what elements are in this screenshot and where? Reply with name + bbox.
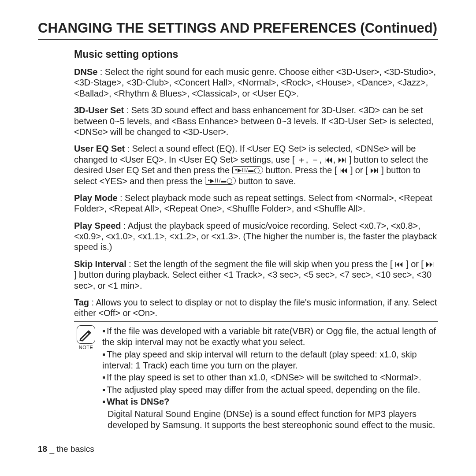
option-tag: Tag : Allows you to select to display or… [74, 297, 438, 319]
note-text: If the file was developed with a variabl… [102, 326, 436, 347]
note-block: NOTE ▪If the file was developed with a v… [74, 325, 438, 431]
option-label: User EQ Set [74, 144, 125, 153]
option-text: : Sets 3D sound effect and bass enhancem… [74, 105, 434, 137]
option-text: : Allows you to select to display or not… [74, 298, 437, 318]
option-3d-user-set: 3D-User Set : Sets 3D sound effect and b… [74, 105, 438, 137]
section-divider [74, 321, 438, 322]
note-item: ▪The play speed and skip interval will r… [102, 349, 438, 372]
play-pause-power-button-icon: •▶ⅠⅠ/▬◯ [205, 177, 236, 185]
note-item: ▪If the play speed is set to other than … [102, 372, 438, 383]
option-text: : Select the right sound for each music … [74, 67, 436, 98]
option-text: : Adjust the playback speed of music/voi… [74, 221, 437, 252]
option-label: 3D-User Set [74, 105, 124, 115]
note-item: ▪The adjusted play speed may differ from… [102, 384, 438, 395]
footer-section: _ the basics [47, 444, 94, 454]
note-answer: Digital Natural Sound Engine (DNSe) is a… [102, 409, 438, 431]
page-number: 18 [38, 444, 47, 454]
note-text: If the play speed is set to other than x… [107, 372, 421, 382]
note-item: ▪If the file was developed with a variab… [102, 326, 438, 348]
play-pause-power-button-icon: •▶ⅠⅠ/▬◯ [232, 166, 264, 174]
section-subheading: Music setting options [74, 48, 438, 60]
option-label: DNSe [74, 67, 97, 77]
page-footer: 18 _ the basics [38, 444, 94, 454]
note-question: What is DNSe? [107, 397, 169, 406]
note-item-question: ▪What is DNSe? [102, 396, 438, 407]
option-label: Play Speed [74, 221, 121, 231]
option-label: Skip Interval [74, 259, 126, 269]
title-rule [38, 39, 438, 40]
option-text: : Select playback mode such as repeat se… [74, 193, 432, 213]
note-text: The play speed and skip interval will re… [102, 350, 417, 370]
option-label: Play Mode [74, 193, 118, 203]
note-badge: NOTE [74, 325, 98, 350]
option-text: : Set the length of the segment the file… [74, 259, 435, 290]
note-label: NOTE [74, 345, 98, 350]
option-skip-interval: Skip Interval : Set the length of the se… [74, 259, 438, 291]
option-user-eq-set: User EQ Set : Select a sound effect (EQ)… [74, 143, 438, 186]
note-list: ▪If the file was developed with a variab… [102, 326, 438, 431]
page-title: CHANGING THE SETTINGS AND PREFERENCES (C… [38, 20, 438, 36]
option-label: Tag [74, 298, 89, 307]
note-text: The adjusted play speed may differ from … [107, 385, 420, 394]
note-pencil-icon [77, 325, 95, 344]
option-play-speed: Play Speed : Adjust the playback speed o… [74, 220, 438, 253]
option-play-mode: Play Mode : Select playback mode such as… [74, 193, 438, 214]
option-text-post: button to save. [236, 176, 296, 186]
option-dnse: DNSe : Select the right sound for each m… [74, 67, 438, 99]
